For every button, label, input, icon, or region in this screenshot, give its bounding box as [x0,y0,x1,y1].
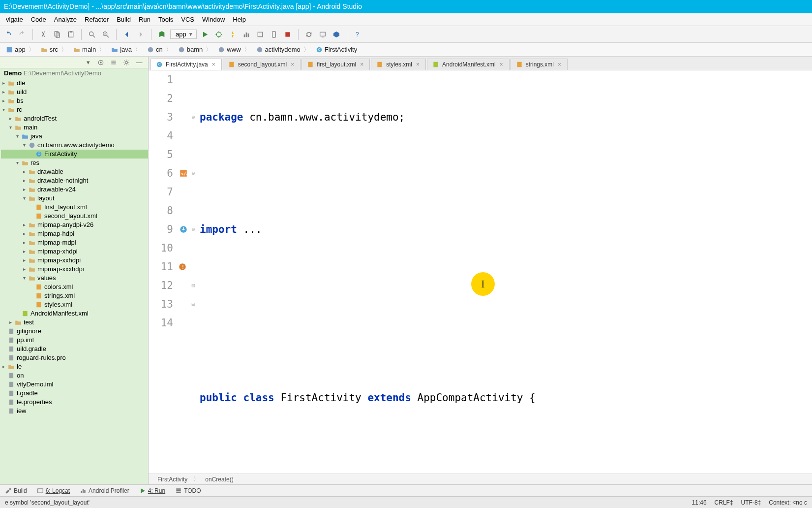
tree-node-styles[interactable]: styles.xml [1,300,148,309]
tree-node-mipmap-xxhdpi[interactable]: ▸mipmap-xxhdpi [1,256,148,265]
tree-node-demoiml[interactable]: vityDemo.iml [1,380,148,389]
close-icon[interactable]: × [557,61,562,68]
tree-node-java[interactable]: ▾java [1,132,148,141]
tree-node-properties[interactable]: le.properties [1,398,148,407]
btn-build[interactable]: Build [5,487,27,494]
profiler-button[interactable] [241,29,252,40]
fold-toggle[interactable]: ⊟ [190,276,197,295]
apply-changes-button[interactable] [227,29,238,40]
fold-toggle[interactable]: ⊖ [190,220,197,239]
device-button[interactable] [269,29,279,40]
related-xml-icon[interactable]: </> [179,165,188,184]
ctx-class[interactable]: FirstActivity [157,476,187,483]
tree-node-androidtest[interactable]: ▸androidTest [1,114,148,123]
debug-button[interactable] [213,29,224,40]
main-menu-bar[interactable]: vigate Code Analyze Refactor Build Run T… [0,13,812,26]
breadcrumb-class[interactable]: CFirstActivity [313,46,360,53]
close-icon[interactable]: × [415,61,421,68]
tree-node-package[interactable]: ▾cn.bamn.www.activitydemo [1,141,148,150]
tree-node-firstactivity[interactable]: CFirstActivity [1,150,148,159]
tree-node-dle[interactable]: ▸dle [1,79,148,88]
avd-button[interactable] [317,29,328,40]
context-widget[interactable]: Context: <no c [769,499,807,506]
btn-logcat[interactable]: 6: Logcat [37,487,70,494]
tree-node-test[interactable]: ▸test [1,318,148,327]
fold-toggle[interactable]: ⊕ [190,108,197,127]
btn-profiler[interactable]: Android Profiler [80,487,129,494]
tree-node-mipmap-hdpi[interactable]: ▸mipmap-hdpi [1,229,148,238]
menu-help[interactable]: Help [229,16,250,23]
tree-node-lgradle[interactable]: l.gradle [1,389,148,398]
make-button[interactable] [156,29,167,40]
code-content[interactable]: package cn.bamn.www.activitydemo; import… [197,70,812,474]
breadcrumb-activitydemo[interactable]: activitydemo〉 [253,45,313,54]
tree-node-main[interactable]: ▾main [1,123,148,132]
tree-node-drawable-v24[interactable]: ▸drawable-v24 [1,185,148,194]
error-icon[interactable]: ! [178,258,187,277]
tree-node-manifest[interactable]: AndroidManifest.xml [1,309,148,318]
menu-tools[interactable]: Tools [154,16,177,23]
tab-manifest[interactable]: AndroidManifest.xml× [427,59,510,70]
sync-button[interactable] [303,29,314,40]
menu-code[interactable]: Code [27,16,50,23]
tab-strings[interactable]: strings.xml× [511,59,568,70]
nav-back-button[interactable] [121,29,132,40]
tree-node-appiml[interactable]: pp.iml [1,336,148,345]
close-icon[interactable]: × [359,61,364,68]
tab-first-layout[interactable]: first_layout.xml× [301,59,370,70]
close-icon[interactable]: × [499,61,504,68]
tree-node-le[interactable]: ▸le [1,362,148,371]
tree-node-colors[interactable]: colors.xml [1,283,148,291]
sdk-button[interactable] [331,29,342,40]
breadcrumb-bamn[interactable]: bamn〉 [175,45,215,54]
undo-button[interactable] [3,29,14,40]
btn-run[interactable]: 4: Run [139,487,165,494]
project-view-selector[interactable]: ▾ [84,59,92,66]
paste-button[interactable] [65,29,76,40]
tree-node-drawable-notnight[interactable]: ▸drawable-notnight [1,176,148,185]
tree-node-second-layout[interactable]: second_layout.xml [1,212,148,221]
tree-node-mipmap-anydpi[interactable]: ▸mipmap-anydpi-v26 [1,221,148,229]
stop-button[interactable] [282,29,293,40]
file-encoding[interactable]: UTF-8‡ [741,499,761,506]
tree-node-mipmap-mdpi[interactable]: ▸mipmap-mdpi [1,238,148,247]
ctx-method[interactable]: onCreate() [205,476,233,483]
tab-second-layout[interactable]: second_layout.xml× [223,59,301,70]
btn-todo[interactable]: TODO [175,487,201,494]
tree-node-values[interactable]: ▾values [1,274,148,283]
tree-node-gitignore[interactable]: gitignore [1,327,148,336]
tree-node-build[interactable]: ▸uild [1,88,148,96]
menu-navigate[interactable]: vigate [2,16,27,23]
menu-refactor[interactable]: Refactor [81,16,113,23]
replace-button[interactable]: R [100,29,111,40]
tree-node-rc[interactable]: ▾rc [1,105,148,114]
close-icon[interactable]: × [211,61,216,68]
tree-node-res[interactable]: ▾res [1,159,148,167]
close-icon[interactable]: × [290,61,295,68]
tree-node-strings[interactable]: strings.xml [1,291,148,300]
copy-button[interactable] [52,29,62,40]
nav-forward-button[interactable] [135,29,146,40]
tree-node-first-layout[interactable]: first_layout.xml [1,203,148,212]
hide-button[interactable]: — [135,59,143,66]
redo-button[interactable] [17,29,28,40]
project-root[interactable]: Demo E:\Devememt\ActivityDemo [0,68,148,78]
tree-node-layout[interactable]: ▾layout [1,194,148,203]
breadcrumb-app[interactable]: app〉 [3,45,38,54]
tree-node-iew[interactable]: iew [1,407,148,415]
tree-node-buildgradle[interactable]: uild.gradle [1,345,148,353]
menu-window[interactable]: Window [198,16,229,23]
breadcrumb-www[interactable]: www〉 [215,45,253,54]
scroll-from-source-button[interactable] [97,59,105,66]
tab-firstactivity[interactable]: CFirstActivity.java× [150,59,222,70]
menu-vcs[interactable]: VCS [177,16,198,23]
menu-analyze[interactable]: Analyze [50,16,81,23]
project-tree[interactable]: ▸dle ▸uild ▸bs ▾rc ▸androidTest ▾main ▾j… [0,78,148,484]
override-icon[interactable] [179,221,188,240]
line-separator[interactable]: CRLF‡ [715,499,733,506]
help-button[interactable]: ? [352,29,363,40]
breadcrumb-java[interactable]: java〉 [108,45,144,54]
fold-toggle[interactable]: ⊟ [190,295,197,314]
tree-node-proguard[interactable]: roguard-rules.pro [1,353,148,362]
fold-toggle[interactable]: ⊖ [190,164,197,183]
